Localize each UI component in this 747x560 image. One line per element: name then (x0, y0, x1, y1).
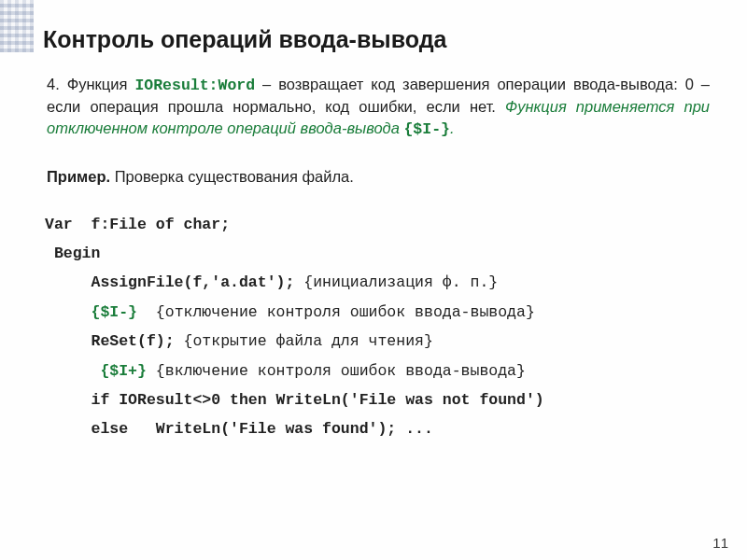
para-lead: 4. Функция (47, 76, 134, 92)
code-line-else: else WriteLn('File was found'); ... (45, 414, 710, 443)
code-line-reset: ReSet(f); {открытие файла для чтения} (45, 327, 710, 356)
decorative-corner (0, 0, 34, 52)
code-comment-init: {инициализация ф. п.} (303, 273, 498, 291)
slide-content: Контроль операций ввода-вывода 4. Функци… (0, 0, 747, 444)
directive-on-code: {$I+} (45, 362, 156, 380)
code-line-assign: AssignFile(f,'a.dat'); {инициализация ф.… (45, 268, 710, 297)
code-line-begin: Begin (45, 239, 710, 268)
para-tail: . (450, 119, 455, 136)
directive-off-code: {$I-} (45, 303, 156, 321)
page-number: 11 (712, 535, 728, 551)
directive-off: {$I-} (403, 120, 450, 138)
func-name: IOResult:Word (134, 77, 255, 94)
code-comment-on: {включение контроля ошибок ввода-вывода} (156, 362, 526, 380)
code-line-ion: {$I+} {включение контроля ошибок ввода-в… (45, 357, 710, 385)
code-reset: ReSet(f); (45, 332, 184, 350)
body-paragraph: 4. Функция IOResult:Word – возвращает ко… (43, 74, 710, 140)
slide-title: Контроль операций ввода-вывода (43, 26, 710, 53)
code-comment-off: {отключение контроля ошибок ввода-вывода… (156, 303, 535, 321)
code-assign: AssignFile(f,'a.dat'); (45, 273, 303, 291)
code-line-ioff: {$I-} {отключение контроля ошибок ввода-… (45, 298, 710, 327)
example-label: Пример. (47, 168, 110, 185)
code-line-var: Var f:File of char; (45, 210, 710, 239)
example-line: Пример. Проверка существования файла. (43, 168, 710, 186)
code-block: Var f:File of char; Begin AssignFile(f,'… (43, 210, 710, 444)
code-line-if: if IOResult<>0 then WriteLn('File was no… (45, 385, 710, 414)
code-comment-open: {открытие файла для чтения} (184, 332, 433, 350)
example-text: Проверка существования файла. (110, 168, 354, 185)
